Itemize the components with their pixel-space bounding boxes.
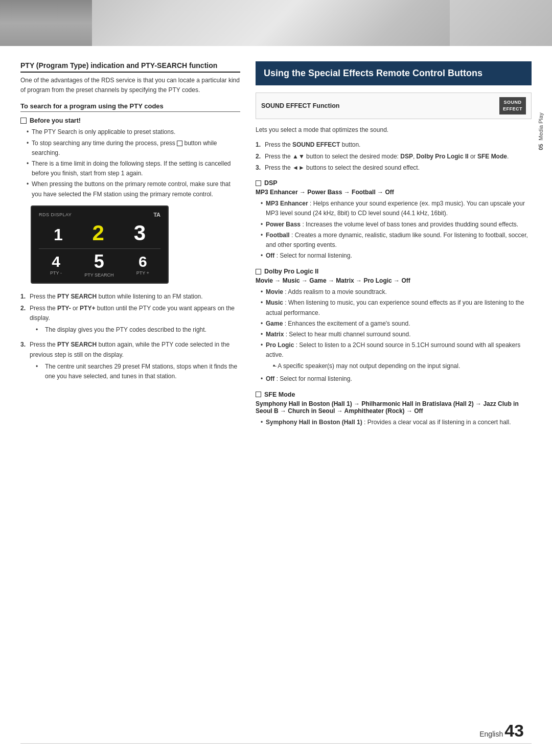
sfe-section: SFE Mode Symphony Hall in Boston (Hall 1… xyxy=(256,391,532,427)
list-item: MP3 Enhancer : Helps enhance your sound … xyxy=(261,199,532,218)
dsp-chain: MP3 Enhancer → Power Bass → Football → O… xyxy=(256,189,532,196)
pty-title: PTY (Program Type) indication and PTY-SE… xyxy=(20,61,240,73)
list-item: The PTY Search is only applicable to pre… xyxy=(27,127,240,137)
list-item: There is a time limit in doing the follo… xyxy=(27,159,240,178)
pty-num-3: 3 xyxy=(134,221,146,245)
step2-sub: The display gives you the PTY codes desc… xyxy=(30,325,240,335)
list-item: Matrix : Select to hear multi channel su… xyxy=(261,330,532,339)
dsp-section: DSP MP3 Enhancer → Power Bass → Football… xyxy=(256,179,532,261)
pty-steps: 1. Press the PTY SEARCH button while lis… xyxy=(20,292,240,382)
pty-num-2: 2 xyxy=(93,221,104,245)
left-column: PTY (Program Type) indication and PTY-SE… xyxy=(20,61,240,434)
sfe-heading: SFE Mode xyxy=(256,391,532,398)
pty-display-image: RDS DISPLAY TA 1 2 3 4 PTY - 5 PTY SEARC… xyxy=(31,205,169,284)
list-item: 3. Press the ◄► buttons to select the de… xyxy=(256,163,532,173)
list-item: Off : Select for normal listening. xyxy=(261,374,532,384)
pty-num-1: 1 xyxy=(54,225,63,244)
sfe-checkbox-icon xyxy=(256,392,261,397)
pty-minus-label: 4 PTY - xyxy=(50,253,62,276)
checkbox-icon xyxy=(20,118,27,124)
pty-bullets: The PTY Search is only applicable to pre… xyxy=(20,127,240,199)
list-item: To stop searching any time during the pr… xyxy=(27,139,240,158)
list-item: Football : Creates a more dynamic, reali… xyxy=(261,231,532,250)
footer-divider xyxy=(20,743,532,744)
list-item: Pro Logic : Select to listen to a 2CH so… xyxy=(261,340,532,371)
list-item: Power Bass : Increases the volume level … xyxy=(261,220,532,230)
right-header: Using the Special Effects Remote Control… xyxy=(256,61,532,85)
dolby-bullets: Movie : Adds realism to a movie soundtra… xyxy=(256,287,532,384)
list-item: Movie : Adds realism to a movie soundtra… xyxy=(261,287,532,297)
footer-page: 43 xyxy=(504,721,524,741)
sound-effect-badge: SOUND EFFECT xyxy=(499,97,526,114)
list-item: Music : When listening to music, you can… xyxy=(261,298,532,317)
dolby-checkbox-icon xyxy=(256,269,261,274)
list-item: 2. Press the ▲▼ button to select the des… xyxy=(256,152,532,162)
right-steps: 1. Press the SOUND EFFECT button. 2. Pre… xyxy=(256,140,532,173)
sfe-bullets: Symphony Hall in Boston (Hall 1) : Provi… xyxy=(256,418,532,427)
list-item: 3. Press the PTY SEARCH button again, wh… xyxy=(20,340,240,381)
dolby-chain: Movie → Music → Game → Matrix → Pro Logi… xyxy=(256,277,532,284)
pro-logic-sub: – A specific speaker(s) may not output d… xyxy=(266,361,532,371)
pty-subsection-title: To search for a program using the PTY co… xyxy=(20,102,240,112)
sound-effect-label: SOUND EFFECT Function xyxy=(261,102,339,109)
pty-display-label: RDS DISPLAY xyxy=(39,212,72,217)
sfe-chain: Symphony Hall in Boston (Hall 1) → Philh… xyxy=(256,400,532,415)
footer: English 43 xyxy=(479,721,524,741)
list-item: 1. Press the SOUND EFFECT button. xyxy=(256,140,532,150)
list-item: The centre unit searches 29 preset FM st… xyxy=(36,362,240,381)
footer-english: English xyxy=(479,730,503,738)
top-header-bar xyxy=(0,0,552,46)
pty-ta-label: TA xyxy=(153,212,160,218)
dsp-bullets: MP3 Enhancer : Helps enhance your sound … xyxy=(256,199,532,261)
list-item: 2. Press the PTY- or PTY+ button until t… xyxy=(20,304,240,335)
step3-sub: The centre unit searches 29 preset FM st… xyxy=(30,362,240,381)
list-item: The display gives you the PTY codes desc… xyxy=(36,325,240,335)
right-intro: Lets you select a mode that optimizes th… xyxy=(256,125,532,135)
dsp-checkbox-icon xyxy=(256,180,261,186)
pty-plus-label: 6 PTY + xyxy=(136,253,149,276)
pty-top-numbers: 1 2 3 xyxy=(39,221,160,245)
pty-bottom-row: 4 PTY - 5 PTY SEARCH 6 PTY + xyxy=(39,248,160,278)
sound-effect-box: SOUND EFFECT Function SOUND EFFECT xyxy=(256,93,532,119)
list-item: When pressing the buttons on the primary… xyxy=(27,179,240,199)
before-start-label: Before you start! xyxy=(20,117,240,124)
pty-search-label: 5 PTY SEARCH xyxy=(84,251,113,278)
side-label: 05 Media Play xyxy=(538,112,544,150)
list-item: Off : Select for normal listening. xyxy=(261,251,532,261)
list-item: Game : Enhances the excitement of a game… xyxy=(261,319,532,329)
dsp-heading: DSP xyxy=(256,179,532,187)
pty-body: One of the advantages of the RDS service… xyxy=(20,76,240,95)
list-item: 1. Press the PTY SEARCH button while lis… xyxy=(20,292,240,302)
right-column: Using the Special Effects Remote Control… xyxy=(256,61,532,434)
list-item: Symphony Hall in Boston (Hall 1) : Provi… xyxy=(261,418,532,427)
list-item: – A specific speaker(s) may not output d… xyxy=(273,361,532,371)
dolby-heading: Dolby Pro Logic II xyxy=(256,268,532,275)
dolby-section: Dolby Pro Logic II Movie → Music → Game … xyxy=(256,268,532,384)
